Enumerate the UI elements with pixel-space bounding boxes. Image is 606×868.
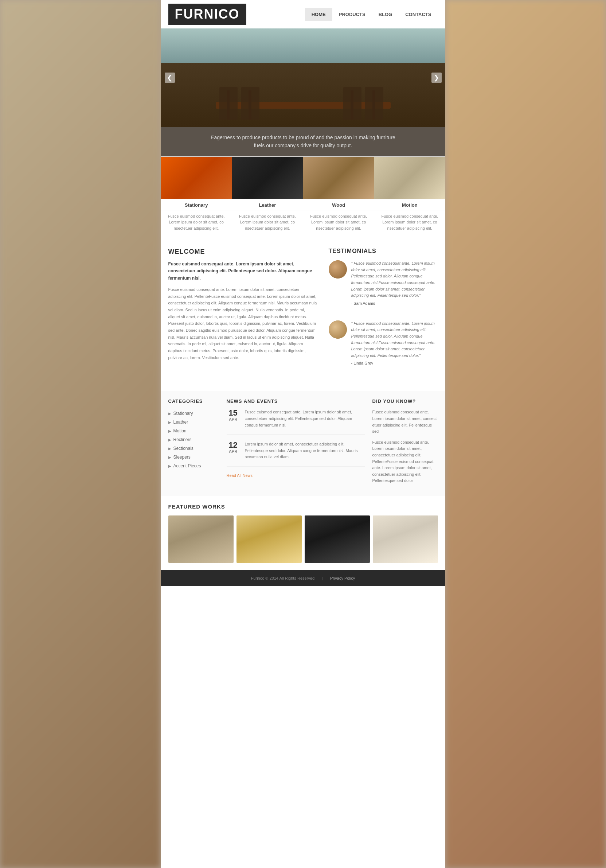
cat-arrow-icon: ▶ [169, 438, 171, 442]
featured-img-3[interactable] [305, 516, 370, 563]
welcome-intro: Fusce euismod consequat ante. Lorem ipsu… [169, 260, 318, 282]
testimonial-2: " Fusce euismod consequat ante. Lorem ip… [329, 321, 438, 373]
cat-motion-label: Motion [173, 428, 187, 434]
news-day-2: 12 [227, 441, 240, 449]
tile-motion[interactable]: Motion Fusce euismod consequat ante. Lor… [374, 157, 445, 237]
cat-arrow-icon: ▶ [169, 412, 171, 415]
hero-caption-line1: Eagerness to produce products to be prou… [169, 133, 438, 141]
news-item-1: 15 APR Fusce euismod consequat ante. Lor… [227, 409, 365, 434]
nav: HOME PRODUCTS BLOG CONTACTS [305, 8, 438, 21]
dyk-title: DID YOU KNOW? [373, 398, 438, 404]
cat-stationary[interactable]: ▶ Stationary [169, 409, 220, 418]
cat-accent-label: Accent Pieces [173, 463, 201, 468]
cat-motion[interactable]: ▶ Motion [169, 426, 220, 435]
hero-caption: Eagerness to produce products to be prou… [161, 127, 445, 157]
news-text-1: Fusce euismod consequat ante. Lorem ipsu… [245, 409, 365, 428]
nav-products[interactable]: PRODUCTS [332, 8, 372, 21]
tile-img-leather [232, 157, 303, 199]
logo: FURNICO [169, 4, 246, 25]
news-item-2: 12 APR Lorem ipsum dolor sit amet, conse… [227, 441, 365, 467]
bottom-section: CATEGORIES ▶ Stationary ▶ Leather ▶ Moti… [161, 391, 445, 496]
news-month-1: APR [227, 417, 240, 422]
hero-section: ❮ ❯ [161, 28, 445, 127]
tile-title-leather: Leather [232, 199, 303, 210]
cat-recliners[interactable]: ▶ Recliners [169, 435, 220, 444]
did-you-know-column: DID YOU KNOW? Fusce euismod consequat an… [373, 398, 438, 488]
testimonials-title: TESTIMONIALS [329, 248, 438, 254]
news-title: NEWS AND EVENTS [227, 398, 365, 404]
categories-title: CATEGORIES [169, 398, 220, 404]
header: FURNICO HOME PRODUCTS BLOG CONTACTS [161, 0, 445, 28]
read-all-news-link[interactable]: Read All News [227, 473, 365, 477]
tile-img-stationary [161, 157, 232, 199]
featured-title: FEATURED WORKS [169, 504, 438, 510]
tile-stationary[interactable]: Stationary Fusce euismod consequat ante.… [161, 157, 232, 237]
tile-desc-wood: Fusce euismod consequat ante. Lorem ipsu… [303, 213, 374, 231]
testimonial-2-name: - Linda Grey [351, 361, 438, 365]
privacy-policy-link[interactable]: Privacy Policy [330, 576, 355, 580]
product-tiles: Stationary Fusce euismod consequat ante.… [161, 157, 445, 237]
cat-recliners-label: Recliners [173, 437, 192, 442]
hero-next-button[interactable]: ❯ [431, 73, 442, 83]
footer: Furnico © 2014 All Rights Reserved | Pri… [161, 570, 445, 586]
tile-title-wood: Wood [303, 199, 374, 210]
nav-contacts[interactable]: CONTACTS [399, 8, 437, 21]
tile-title-stationary: Stationary [161, 199, 232, 210]
featured-img-2[interactable] [237, 516, 302, 563]
testimonial-1: " Fusce euismod consequat ante. Lorem ip… [329, 260, 438, 313]
cat-arrow-icon: ▶ [169, 464, 171, 468]
footer-separator: | [322, 576, 323, 580]
main-content: WELCOME Fusce euismod consequat ante. Lo… [161, 237, 445, 391]
news-date-1: 15 APR [227, 409, 240, 428]
dyk-para-2: Fusce euismod consequat ante. Lorem ipsu… [373, 439, 438, 484]
testimonial-1-content: " Fusce euismod consequat ante. Lorem ip… [351, 260, 438, 305]
news-day-1: 15 [227, 409, 240, 417]
hero-image [161, 28, 445, 127]
testimonial-2-content: " Fusce euismod consequat ante. Lorem ip… [351, 321, 438, 366]
cat-arrow-icon: ▶ [169, 446, 171, 451]
tile-desc-leather: Fusce euismod consequat ante. Lorem ipsu… [232, 213, 303, 231]
tile-title-motion: Motion [374, 199, 445, 210]
cat-sectionals[interactable]: ▶ Sectionals [169, 444, 220, 453]
testimonials-section: TESTIMONIALS " Fusce euismod consequat a… [329, 248, 438, 380]
cat-stationary-label: Stationary [173, 411, 193, 416]
cat-sleepers[interactable]: ▶ Sleepers [169, 453, 220, 462]
tile-img-wood [303, 157, 374, 199]
categories-column: CATEGORIES ▶ Stationary ▶ Leather ▶ Moti… [169, 398, 220, 488]
avatar-sam-adams [329, 260, 347, 279]
nav-home[interactable]: HOME [305, 8, 332, 21]
cat-sleepers-label: Sleepers [173, 454, 190, 460]
tile-leather[interactable]: Leather Fusce euismod consequat ante. Lo… [232, 157, 303, 237]
news-column: NEWS AND EVENTS 15 APR Fusce euismod con… [227, 398, 365, 488]
hero-prev-button[interactable]: ❮ [165, 73, 175, 83]
testimonial-1-text: " Fusce euismod consequat ante. Lorem ip… [351, 260, 438, 299]
testimonial-2-text: " Fusce euismod consequat ante. Lorem ip… [351, 321, 438, 359]
featured-grid [169, 516, 438, 563]
tile-wood[interactable]: Wood Fusce euismod consequat ante. Lorem… [303, 157, 374, 237]
nav-blog[interactable]: BLOG [372, 8, 399, 21]
cat-sectionals-label: Sectionals [173, 446, 193, 451]
dyk-para-1: Fusce euismod consequat ante. Lorem ipsu… [373, 409, 438, 434]
cat-leather-label: Leather [173, 420, 189, 425]
avatar-linda-grey [329, 321, 347, 339]
welcome-body: Fusce euismod consequat ante. Lorem ipsu… [169, 286, 318, 361]
featured-section: FEATURED WORKS [161, 496, 445, 570]
featured-img-1[interactable] [169, 516, 233, 563]
footer-copyright: Furnico © 2014 All Rights Reserved [251, 576, 314, 580]
news-text-2: Lorem ipsum dolor sit amet, consectetuer… [245, 441, 365, 460]
welcome-title: WELCOME [169, 248, 318, 256]
cat-accent-pieces[interactable]: ▶ Accent Pieces [169, 462, 220, 470]
tile-desc-stationary: Fusce euismod consequat ante. Lorem ipsu… [161, 213, 232, 231]
news-date-2: 12 APR [227, 441, 240, 460]
featured-img-4[interactable] [373, 516, 438, 563]
cat-arrow-icon: ▶ [169, 420, 171, 424]
news-month-2: APR [227, 449, 240, 454]
page-wrapper: FURNICO HOME PRODUCTS BLOG CONTACTS ❮ ❯ [161, 0, 445, 868]
cat-arrow-icon: ▶ [169, 429, 171, 433]
testimonial-1-name: - Sam Adams [351, 301, 438, 305]
cat-arrow-icon: ▶ [169, 455, 171, 459]
tile-desc-motion: Fusce euismod consequat ante. Lorem ipsu… [374, 213, 445, 231]
tile-img-motion [374, 157, 445, 199]
welcome-section: WELCOME Fusce euismod consequat ante. Lo… [169, 248, 318, 380]
cat-leather[interactable]: ▶ Leather [169, 418, 220, 426]
